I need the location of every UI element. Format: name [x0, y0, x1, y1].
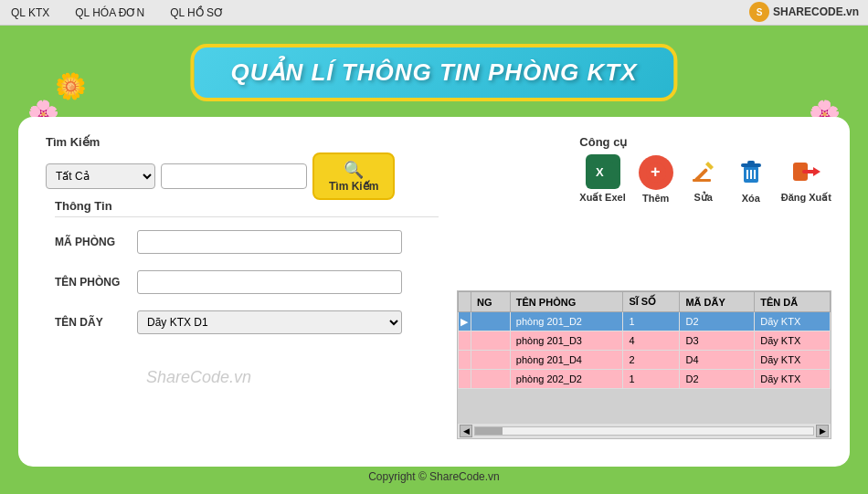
scroll-left-btn[interactable]: ◀: [460, 425, 472, 437]
excel-icon: X: [586, 154, 620, 189]
cell-ng: [471, 331, 511, 351]
title-text: QUẢN LÍ THÔNG TIN PHÒNG KTX: [230, 58, 637, 86]
tools-section: Công cụ X Xuất Exel + Thêm: [579, 135, 831, 204]
col-ten-da: TÊN DÃ: [755, 292, 831, 312]
ma-phong-label: MÃ PHÒNG: [55, 236, 137, 248]
ten-phong-label: TÊN PHÒNG: [55, 276, 137, 289]
cell-ten-phong: phòng 201_D3: [510, 331, 623, 351]
svg-rect-9: [747, 161, 755, 164]
logo-text: SHARECODE.vn: [773, 5, 859, 18]
cell-ten-da: Dãy KTX: [755, 312, 831, 331]
logo-icon: S: [749, 2, 769, 22]
row-arrow: [459, 370, 471, 389]
main-content: 🌸 🌼 🌸 🌸 🦋 QUẢN LÍ THÔNG TIN PHÒNG KTX Tì…: [0, 26, 868, 494]
data-table: NG TÊN PHÒNG SĨ SỐ MÃ DÃY TÊN DÃ ▶phòng …: [458, 291, 831, 389]
row-arrow: [459, 351, 471, 370]
ma-phong-input[interactable]: [137, 230, 402, 254]
scroll-right-btn[interactable]: ▶: [816, 425, 829, 437]
cell-ng: [471, 351, 511, 370]
horizontal-scrollbar[interactable]: ◀ ▶: [458, 424, 831, 438]
form-row-ten-day: TÊN DÃY Dãy KTX D1 Dãy KTX D2 Dãy KTX D3: [55, 310, 439, 334]
table-row[interactable]: phòng 202_D21D2Dãy KTX: [459, 370, 831, 389]
logout-button[interactable]: Đăng Xuất: [781, 154, 831, 204]
export-excel-button[interactable]: X Xuất Exel: [579, 154, 625, 204]
ten-day-select[interactable]: Dãy KTX D1 Dãy KTX D2 Dãy KTX D3: [137, 310, 402, 334]
col-ten-phong: TÊN PHÒNG: [510, 292, 623, 312]
table-row[interactable]: phòng 201_D34D3Dãy KTX: [459, 331, 831, 351]
white-content-area: Tìm Kiếm Tất Cả Mã Phòng Tên Phòng Mã Dã…: [18, 117, 850, 467]
search-icon: 🔍: [344, 160, 364, 180]
info-form: Thông Tin MÃ PHÒNG TÊN PHÒNG ShareCode.v…: [55, 199, 439, 351]
cell-si-so: 4: [623, 331, 680, 351]
edit-label: Sửa: [693, 192, 712, 204]
col-arrow: [459, 292, 471, 312]
tools-label: Công cụ: [579, 135, 831, 149]
svg-rect-6: [693, 179, 711, 182]
delete-button[interactable]: Xóa: [734, 155, 768, 204]
watermark: ShareCode.vn: [146, 368, 251, 387]
cell-ten-da: Dãy KTX: [755, 370, 831, 389]
search-dropdown[interactable]: Tất Cả Mã Phòng Tên Phòng Mã Dãy: [46, 163, 155, 189]
menu-ql-ho-so[interactable]: QL HỒ SƠ: [166, 5, 228, 21]
info-title: Thông Tin: [55, 199, 439, 217]
form-row-ten-phong: TÊN PHÒNG: [55, 270, 439, 294]
row-arrow: ▶: [459, 312, 471, 331]
menu-ql-ktx[interactable]: QL KTX: [7, 5, 53, 21]
export-excel-label: Xuất Exel: [579, 192, 625, 204]
cell-si-so: 2: [623, 351, 680, 370]
table-section: NG TÊN PHÒNG SĨ SỐ MÃ DÃY TÊN DÃ ▶phòng …: [457, 290, 831, 439]
delete-label: Xóa: [742, 193, 760, 204]
row-arrow: [459, 331, 471, 351]
cell-ng: [471, 370, 511, 389]
search-input[interactable]: [161, 163, 307, 189]
cell-ten-da: Dãy KTX: [755, 331, 831, 351]
menu-ql-hoa-don[interactable]: QL HÓA ĐƠN: [71, 5, 148, 21]
flower-deco-2: 🌼: [55, 71, 87, 101]
cell-ten-phong: phòng 202_D2: [510, 370, 623, 389]
menubar: QL KTX QL HÓA ĐƠN QL HỒ SƠ S SHARECODE.v…: [0, 0, 868, 26]
col-si-so: SĨ SỐ: [623, 292, 680, 312]
add-icon: +: [639, 155, 673, 190]
table-wrapper: NG TÊN PHÒNG SĨ SỐ MÃ DÃY TÊN DÃ ▶phòng …: [457, 290, 831, 439]
delete-icon: [734, 155, 768, 190]
cell-ma-day: D4: [680, 351, 755, 370]
table-row[interactable]: phòng 201_D42D4Dãy KTX: [459, 351, 831, 370]
svg-marker-5: [705, 162, 714, 170]
table-header-row: NG TÊN PHÒNG SĨ SỐ MÃ DÃY TÊN DÃ: [459, 292, 831, 312]
svg-text:+: +: [651, 163, 661, 181]
cell-si-so: 1: [623, 370, 680, 389]
scroll-track[interactable]: [474, 426, 814, 436]
tools-buttons: X Xuất Exel + Thêm Sửa: [579, 154, 831, 204]
add-button[interactable]: + Thêm: [639, 155, 673, 204]
cell-ten-phong: phòng 201_D2: [510, 312, 623, 331]
cell-ten-phong: phòng 201_D4: [510, 351, 623, 370]
cell-ten-da: Dãy KTX: [755, 351, 831, 370]
logout-icon: [789, 154, 823, 189]
edit-button[interactable]: Sửa: [686, 154, 721, 204]
title-banner: QUẢN LÍ THÔNG TIN PHÒNG KTX: [190, 44, 677, 101]
logo-area: S SHARECODE.vn: [749, 2, 859, 22]
svg-marker-15: [813, 167, 820, 176]
ten-day-label: TÊN DÃY: [55, 316, 137, 329]
cell-ma-day: D2: [680, 370, 755, 389]
add-label: Thêm: [642, 193, 669, 204]
col-ng: NG: [471, 292, 511, 312]
scroll-thumb[interactable]: [475, 427, 503, 435]
search-label: Tìm Kiếm: [46, 135, 395, 149]
edit-icon: [686, 154, 721, 189]
ten-phong-input[interactable]: [137, 270, 402, 294]
search-section: Tìm Kiếm Tất Cả Mã Phòng Tên Phòng Mã Dã…: [46, 135, 395, 200]
table-row[interactable]: ▶phòng 201_D21D2Dãy KTX: [459, 312, 831, 331]
cell-si-so: 1: [623, 312, 680, 331]
cell-ma-day: D3: [680, 331, 755, 351]
col-ma-day: MÃ DÃY: [680, 292, 755, 312]
search-controls: Tất Cả Mã Phòng Tên Phòng Mã Dãy 🔍 Tìm K…: [46, 152, 395, 200]
logout-label: Đăng Xuất: [781, 192, 831, 204]
svg-text:X: X: [596, 165, 604, 179]
cell-ma-day: D2: [680, 312, 755, 331]
form-row-ma-phong: MÃ PHÒNG: [55, 230, 439, 254]
cell-ng: [471, 312, 511, 331]
search-button[interactable]: 🔍 Tìm Kiếm: [312, 152, 395, 200]
footer-copyright: Copyright © ShareCode.vn: [18, 470, 850, 483]
